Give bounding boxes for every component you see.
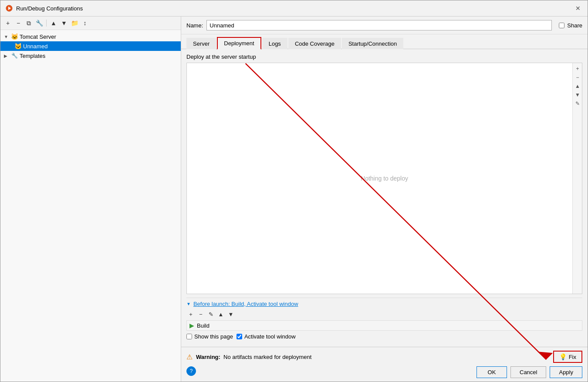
tree-tomcat-label: Tomcat Server xyxy=(20,34,56,40)
deploy-area: Nothing to deploy + − ▲ ▼ ✎ xyxy=(186,63,582,294)
deployment-panel: Deploy at the server startup Nothing to … xyxy=(181,49,588,347)
deploy-empty-text: Nothing to deploy xyxy=(361,175,408,182)
move-up-button[interactable]: ▲ xyxy=(49,18,58,28)
toolbar-separator xyxy=(46,20,47,27)
bl-add-button[interactable]: + xyxy=(186,310,195,318)
bl-up-button[interactable]: ▲ xyxy=(216,310,225,318)
tree-unnamed-item[interactable]: 🐱 Unnamed xyxy=(0,41,181,51)
tree-collapse-arrow: ▼ xyxy=(4,34,9,39)
tree-templates-item[interactable]: ▶ 🔧 Templates xyxy=(0,51,181,60)
config-toolbar: + − ⧉ 🔧 ▲ ▼ 📁 ↕ xyxy=(0,17,181,30)
move-down-button[interactable]: ▼ xyxy=(59,18,69,28)
deploy-down-button[interactable]: ▼ xyxy=(574,91,581,99)
activate-window-label: Activate tool window xyxy=(244,333,296,340)
deploy-side-buttons: + − ▲ ▼ ✎ xyxy=(572,63,582,294)
tab-logs[interactable]: Logs xyxy=(262,38,287,49)
show-page-row: Show this page Activate tool window xyxy=(186,331,582,342)
ok-button[interactable]: OK xyxy=(476,366,507,378)
deploy-up-button[interactable]: ▲ xyxy=(574,82,581,90)
settings-config-button[interactable]: 🔧 xyxy=(34,18,44,28)
right-panel: Name: Share Server Deployment xyxy=(181,17,588,347)
cancel-button[interactable]: Cancel xyxy=(510,366,546,378)
before-launch-section: ▼ Before launch: Build, Activate tool wi… xyxy=(186,298,582,342)
activate-window-checkbox[interactable] xyxy=(237,334,242,339)
sort-button[interactable]: ↕ xyxy=(80,18,90,28)
action-buttons: ? OK Cancel Apply xyxy=(186,366,582,378)
bl-remove-button[interactable]: − xyxy=(196,310,205,318)
warning-bold-text: Warning: xyxy=(196,354,220,360)
add-config-button[interactable]: + xyxy=(3,18,13,28)
deploy-edit-button[interactable]: ✎ xyxy=(574,100,581,107)
warning-row: ⚠ Warning: No artifacts marked for deplo… xyxy=(186,351,582,363)
main-content: + − ⧉ 🔧 ▲ ▼ 📁 ↕ ▼ 🐱 Tomcat Server xyxy=(0,17,588,382)
tree-templates-arrow: ▶ xyxy=(4,54,9,58)
apply-button[interactable]: Apply xyxy=(550,366,582,378)
deploy-section-label: Deploy at the server startup xyxy=(186,54,582,60)
tree-unnamed-label: Unnamed xyxy=(23,43,47,50)
tomcat-group-icon: 🐱 xyxy=(11,33,18,40)
help-button[interactable]: ? xyxy=(186,366,196,376)
name-label: Name: xyxy=(186,22,203,29)
tab-startup[interactable]: Startup/Connection xyxy=(342,38,403,49)
before-launch-toolbar: + − ✎ ▲ ▼ xyxy=(186,310,582,318)
before-launch-header: ▼ Before launch: Build, Activate tool wi… xyxy=(186,301,582,307)
unnamed-item-icon: 🐱 xyxy=(14,43,21,50)
tab-code-coverage[interactable]: Code Coverage xyxy=(288,38,341,49)
build-icon: ▶ xyxy=(189,322,194,329)
build-row: ▶ Build xyxy=(186,320,582,331)
copy-config-button[interactable]: ⧉ xyxy=(24,18,34,28)
bl-down-button[interactable]: ▼ xyxy=(226,310,235,318)
templates-icon: 🔧 xyxy=(11,52,18,59)
bottom-bar: ⚠ Warning: No artifacts marked for deplo… xyxy=(181,347,588,382)
show-page-checkbox[interactable] xyxy=(186,334,192,339)
bl-edit-button[interactable]: ✎ xyxy=(206,310,215,318)
dialog-title: Run/Debug Configurations xyxy=(16,5,83,12)
run-debug-dialog: Run/Debug Configurations ✕ + − ⧉ 🔧 ▲ ▼ 📁… xyxy=(0,0,588,382)
left-panel: + − ⧉ 🔧 ▲ ▼ 📁 ↕ ▼ 🐱 Tomcat Server xyxy=(0,17,181,382)
warning-icon: ⚠ xyxy=(186,353,193,361)
fix-button[interactable]: 💡 Fix xyxy=(553,351,582,363)
share-checkbox[interactable] xyxy=(559,23,564,28)
tab-deployment[interactable]: Deployment xyxy=(217,37,261,50)
title-bar: Run/Debug Configurations ✕ xyxy=(0,0,588,17)
remove-config-button[interactable]: − xyxy=(14,18,23,28)
warning-detail-text: No artifacts marked for deployment xyxy=(223,354,311,360)
tree-templates-label: Templates xyxy=(20,53,45,59)
show-page-label: Show this page xyxy=(194,333,233,340)
fix-bulb-icon: 💡 xyxy=(559,353,567,360)
fix-label: Fix xyxy=(569,354,576,360)
activate-window-checkbox-label: Activate tool window xyxy=(237,333,296,340)
share-row: Share xyxy=(559,22,582,29)
config-tabs: Server Deployment Logs Code Coverage Sta… xyxy=(181,34,588,49)
deploy-add-button[interactable]: + xyxy=(574,65,581,73)
share-label: Share xyxy=(567,22,582,29)
title-bar-left: Run/Debug Configurations xyxy=(6,5,83,12)
tree-tomcat-group[interactable]: ▼ 🐱 Tomcat Server xyxy=(0,32,181,41)
right-panel-wrapper: Name: Share Server Deployment xyxy=(181,17,588,382)
dialog-icon xyxy=(6,5,13,12)
before-launch-collapse[interactable]: ▼ xyxy=(186,302,191,306)
close-button[interactable]: ✕ xyxy=(574,4,582,13)
config-tree: ▼ 🐱 Tomcat Server 🐱 Unnamed ▶ 🔧 Template… xyxy=(0,30,181,382)
deploy-remove-button[interactable]: − xyxy=(574,74,581,81)
tab-server[interactable]: Server xyxy=(186,38,216,49)
before-launch-title[interactable]: Before launch: Build, Activate tool wind… xyxy=(193,301,298,307)
warning-label: Warning: No artifacts marked for deploym… xyxy=(196,354,311,360)
show-page-checkbox-label: Show this page xyxy=(186,333,233,340)
build-label: Build xyxy=(197,322,210,329)
name-input[interactable] xyxy=(206,20,552,30)
folder-button[interactable]: 📁 xyxy=(70,18,79,28)
name-row: Name: Share xyxy=(181,17,588,34)
